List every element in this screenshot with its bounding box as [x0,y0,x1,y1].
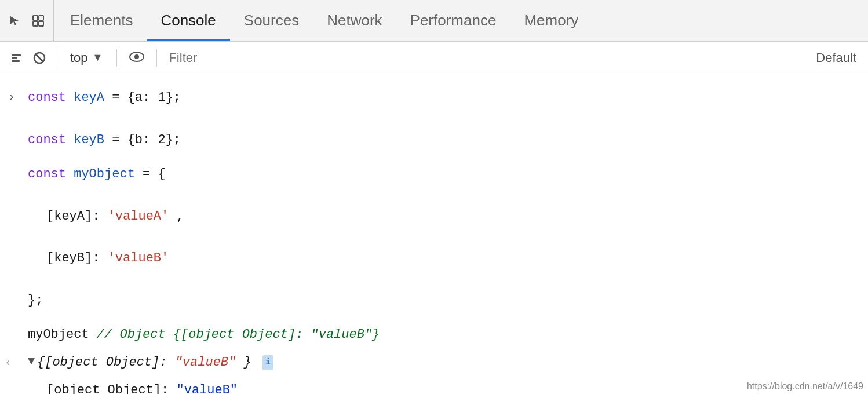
myobject-block: const myObject = { [keyA]: 'valueA' , [k… [0,160,868,315]
console-toolbar: top ▼ Default [0,42,868,74]
expand-result-toggle[interactable]: ▼ [28,352,35,371]
devtools-window: Elements Console Sources Network Perform… [0,0,868,394]
svg-rect-2 [33,21,38,26]
divider-3 [156,49,157,67]
result-block: ‹ ▼ {[object Object]: "valueB" } i [0,349,868,376]
result-left-arrow-icon: ‹ [5,353,12,372]
sidebar-toggle-button[interactable] [7,49,25,67]
default-level-label: Default [816,50,861,65]
divider-1 [56,49,56,67]
spacer-1 [0,154,868,160]
context-label: top [70,50,88,65]
svg-point-10 [134,54,139,59]
svg-rect-5 [12,57,17,59]
divider-2 [116,49,117,67]
page-url: https://blog.cdn.net/a/v/1649 [747,381,863,392]
tab-sources[interactable]: Sources [230,0,313,41]
tab-network[interactable]: Network [313,0,396,41]
expanded-property-row: [object Object]: "valueB" [0,377,868,394]
tab-bar: Elements Console Sources Network Perform… [0,0,868,42]
inspect-icon[interactable] [28,10,49,31]
cursor-icon[interactable] [5,10,25,31]
filter-input[interactable] [164,48,811,68]
spacer-2 [0,315,868,320]
dropdown-arrow-icon: ▼ [93,52,103,64]
tab-console[interactable]: Console [147,0,229,41]
myobject-comment-block: myObject // Object {[object Object]: "va… [0,320,868,349]
tab-memory[interactable]: Memory [510,0,592,41]
toolbar-icons [5,0,54,41]
svg-rect-3 [39,21,43,26]
tab-elements[interactable]: Elements [56,0,147,41]
console-input-block: › const keyA = {a: 1}; const keyB = {b: … [0,83,868,154]
svg-rect-0 [33,16,38,20]
console-output: › const keyA = {a: 1}; const keyB = {b: … [0,74,868,394]
clear-console-button[interactable] [30,49,49,67]
svg-rect-6 [12,60,20,62]
svg-line-8 [35,54,43,62]
input-arrow-icon[interactable]: › [8,88,15,107]
svg-rect-4 [12,54,21,56]
context-selector[interactable]: top ▼ [63,48,110,68]
tab-performance[interactable]: Performance [396,0,510,41]
eye-icon[interactable] [124,48,149,68]
info-badge[interactable]: i [262,355,273,370]
svg-rect-1 [39,16,43,20]
